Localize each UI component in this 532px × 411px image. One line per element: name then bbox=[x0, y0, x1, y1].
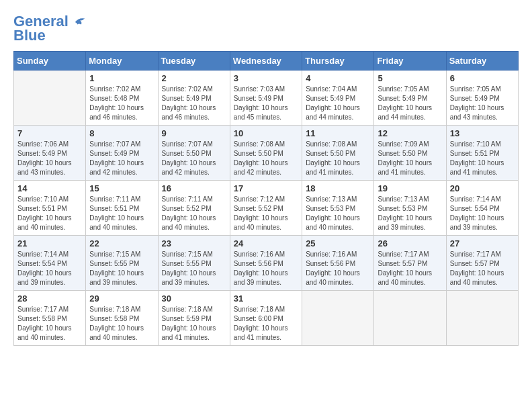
calendar-day-header: Friday bbox=[374, 52, 446, 71]
day-number: 13 bbox=[450, 128, 515, 138]
calendar-day-cell: 9Sunrise: 7:07 AMSunset: 5:50 PMDaylight… bbox=[158, 126, 230, 181]
day-number: 9 bbox=[162, 128, 226, 138]
day-info: Sunrise: 7:13 AMSunset: 5:53 PMDaylight:… bbox=[378, 195, 442, 232]
calendar-day-cell: 19Sunrise: 7:13 AMSunset: 5:53 PMDayligh… bbox=[374, 181, 446, 236]
calendar-day-cell: 14Sunrise: 7:10 AMSunset: 5:51 PMDayligh… bbox=[14, 181, 86, 236]
calendar-day-cell: 16Sunrise: 7:11 AMSunset: 5:52 PMDayligh… bbox=[158, 181, 230, 236]
logo: General Blue bbox=[13, 13, 86, 44]
calendar-day-cell bbox=[374, 291, 446, 346]
day-number: 17 bbox=[234, 183, 298, 193]
calendar-day-cell: 18Sunrise: 7:13 AMSunset: 5:53 PMDayligh… bbox=[302, 181, 374, 236]
day-number: 19 bbox=[378, 183, 442, 193]
day-number: 7 bbox=[17, 128, 82, 138]
day-number: 2 bbox=[162, 73, 226, 83]
day-number: 4 bbox=[306, 73, 370, 83]
day-info: Sunrise: 7:18 AMSunset: 5:58 PMDaylight:… bbox=[89, 305, 154, 342]
calendar-day-cell: 28Sunrise: 7:17 AMSunset: 5:58 PMDayligh… bbox=[14, 291, 86, 346]
calendar-day-cell: 2Sunrise: 7:02 AMSunset: 5:49 PMDaylight… bbox=[158, 71, 230, 126]
day-number: 14 bbox=[17, 183, 82, 193]
calendar-day-header: Saturday bbox=[446, 52, 518, 71]
calendar-day-cell: 12Sunrise: 7:09 AMSunset: 5:50 PMDayligh… bbox=[374, 126, 446, 181]
day-info: Sunrise: 7:07 AMSunset: 5:50 PMDaylight:… bbox=[162, 140, 226, 177]
day-number: 20 bbox=[450, 183, 515, 193]
calendar-day-cell: 15Sunrise: 7:11 AMSunset: 5:51 PMDayligh… bbox=[86, 181, 158, 236]
calendar-day-cell: 24Sunrise: 7:16 AMSunset: 5:56 PMDayligh… bbox=[230, 236, 302, 291]
day-info: Sunrise: 7:18 AMSunset: 6:00 PMDaylight:… bbox=[234, 305, 298, 342]
day-info: Sunrise: 7:13 AMSunset: 5:53 PMDaylight:… bbox=[306, 195, 370, 232]
day-info: Sunrise: 7:15 AMSunset: 5:55 PMDaylight:… bbox=[162, 250, 226, 287]
day-number: 28 bbox=[17, 293, 82, 304]
calendar-week-row: 1Sunrise: 7:02 AMSunset: 5:48 PMDaylight… bbox=[14, 71, 519, 126]
calendar-day-cell: 4Sunrise: 7:04 AMSunset: 5:49 PMDaylight… bbox=[302, 71, 374, 126]
calendar-day-cell: 22Sunrise: 7:15 AMSunset: 5:55 PMDayligh… bbox=[86, 236, 158, 291]
day-number: 12 bbox=[378, 128, 442, 138]
day-number: 21 bbox=[17, 238, 82, 248]
calendar-day-cell: 7Sunrise: 7:06 AMSunset: 5:49 PMDaylight… bbox=[14, 126, 86, 181]
day-info: Sunrise: 7:17 AMSunset: 5:57 PMDaylight:… bbox=[450, 250, 515, 287]
day-number: 11 bbox=[306, 128, 370, 138]
day-info: Sunrise: 7:17 AMSunset: 5:57 PMDaylight:… bbox=[378, 250, 442, 287]
calendar-day-cell: 13Sunrise: 7:10 AMSunset: 5:51 PMDayligh… bbox=[446, 126, 518, 181]
day-info: Sunrise: 7:16 AMSunset: 5:56 PMDaylight:… bbox=[306, 250, 370, 287]
calendar-day-cell: 23Sunrise: 7:15 AMSunset: 5:55 PMDayligh… bbox=[158, 236, 230, 291]
calendar-day-cell: 30Sunrise: 7:18 AMSunset: 5:59 PMDayligh… bbox=[158, 291, 230, 346]
day-info: Sunrise: 7:04 AMSunset: 5:49 PMDaylight:… bbox=[306, 85, 370, 122]
day-number: 22 bbox=[89, 238, 154, 248]
calendar-week-row: 7Sunrise: 7:06 AMSunset: 5:49 PMDaylight… bbox=[14, 126, 519, 181]
day-info: Sunrise: 7:16 AMSunset: 5:56 PMDaylight:… bbox=[234, 250, 298, 287]
calendar-week-row: 14Sunrise: 7:10 AMSunset: 5:51 PMDayligh… bbox=[14, 181, 519, 236]
day-info: Sunrise: 7:10 AMSunset: 5:51 PMDaylight:… bbox=[450, 140, 515, 177]
calendar-day-cell: 3Sunrise: 7:03 AMSunset: 5:49 PMDaylight… bbox=[230, 71, 302, 126]
calendar-day-cell: 11Sunrise: 7:08 AMSunset: 5:50 PMDayligh… bbox=[302, 126, 374, 181]
calendar-day-cell: 31Sunrise: 7:18 AMSunset: 6:00 PMDayligh… bbox=[230, 291, 302, 346]
calendar-day-cell bbox=[14, 71, 86, 126]
calendar-day-cell: 10Sunrise: 7:08 AMSunset: 5:50 PMDayligh… bbox=[230, 126, 302, 181]
day-info: Sunrise: 7:11 AMSunset: 5:52 PMDaylight:… bbox=[162, 195, 226, 232]
day-info: Sunrise: 7:02 AMSunset: 5:48 PMDaylight:… bbox=[89, 85, 154, 122]
calendar-day-header: Thursday bbox=[302, 52, 374, 71]
day-number: 25 bbox=[306, 238, 370, 248]
calendar-day-cell bbox=[302, 291, 374, 346]
day-number: 26 bbox=[378, 238, 442, 248]
calendar-day-header: Tuesday bbox=[158, 52, 230, 71]
day-info: Sunrise: 7:17 AMSunset: 5:58 PMDaylight:… bbox=[17, 305, 82, 342]
calendar-table: SundayMondayTuesdayWednesdayThursdayFrid… bbox=[13, 51, 519, 346]
day-info: Sunrise: 7:02 AMSunset: 5:49 PMDaylight:… bbox=[162, 85, 226, 122]
day-info: Sunrise: 7:05 AMSunset: 5:49 PMDaylight:… bbox=[450, 85, 515, 122]
calendar-day-cell: 6Sunrise: 7:05 AMSunset: 5:49 PMDaylight… bbox=[446, 71, 518, 126]
day-number: 23 bbox=[162, 238, 226, 248]
calendar-day-cell: 20Sunrise: 7:14 AMSunset: 5:54 PMDayligh… bbox=[446, 181, 518, 236]
day-number: 16 bbox=[162, 183, 226, 193]
calendar-week-row: 21Sunrise: 7:14 AMSunset: 5:54 PMDayligh… bbox=[14, 236, 519, 291]
day-number: 1 bbox=[89, 73, 154, 83]
day-info: Sunrise: 7:03 AMSunset: 5:49 PMDaylight:… bbox=[234, 85, 298, 122]
day-info: Sunrise: 7:18 AMSunset: 5:59 PMDaylight:… bbox=[162, 305, 226, 342]
day-info: Sunrise: 7:07 AMSunset: 5:49 PMDaylight:… bbox=[89, 140, 154, 177]
calendar-day-header: Wednesday bbox=[230, 52, 302, 71]
calendar-day-cell: 29Sunrise: 7:18 AMSunset: 5:58 PMDayligh… bbox=[86, 291, 158, 346]
day-number: 24 bbox=[234, 238, 298, 248]
day-info: Sunrise: 7:12 AMSunset: 5:52 PMDaylight:… bbox=[234, 195, 298, 232]
calendar-day-cell: 5Sunrise: 7:05 AMSunset: 5:49 PMDaylight… bbox=[374, 71, 446, 126]
day-number: 5 bbox=[378, 73, 442, 83]
logo-bird-icon bbox=[74, 15, 86, 28]
day-number: 6 bbox=[450, 73, 515, 83]
calendar-day-cell: 8Sunrise: 7:07 AMSunset: 5:49 PMDaylight… bbox=[86, 126, 158, 181]
calendar-day-cell: 21Sunrise: 7:14 AMSunset: 5:54 PMDayligh… bbox=[14, 236, 86, 291]
day-info: Sunrise: 7:08 AMSunset: 5:50 PMDaylight:… bbox=[306, 140, 370, 177]
day-info: Sunrise: 7:11 AMSunset: 5:51 PMDaylight:… bbox=[89, 195, 154, 232]
calendar-day-cell bbox=[446, 291, 518, 346]
calendar-day-header: Monday bbox=[86, 52, 158, 71]
day-info: Sunrise: 7:09 AMSunset: 5:50 PMDaylight:… bbox=[378, 140, 442, 177]
calendar-week-row: 28Sunrise: 7:17 AMSunset: 5:58 PMDayligh… bbox=[14, 291, 519, 346]
day-info: Sunrise: 7:08 AMSunset: 5:50 PMDaylight:… bbox=[234, 140, 298, 177]
day-info: Sunrise: 7:05 AMSunset: 5:49 PMDaylight:… bbox=[378, 85, 442, 122]
day-info: Sunrise: 7:14 AMSunset: 5:54 PMDaylight:… bbox=[450, 195, 515, 232]
day-number: 3 bbox=[234, 73, 298, 83]
day-number: 15 bbox=[89, 183, 154, 193]
calendar-day-cell: 27Sunrise: 7:17 AMSunset: 5:57 PMDayligh… bbox=[446, 236, 518, 291]
day-number: 29 bbox=[89, 293, 154, 304]
day-info: Sunrise: 7:06 AMSunset: 5:49 PMDaylight:… bbox=[17, 140, 82, 177]
day-info: Sunrise: 7:15 AMSunset: 5:55 PMDaylight:… bbox=[89, 250, 154, 287]
day-number: 18 bbox=[306, 183, 370, 193]
